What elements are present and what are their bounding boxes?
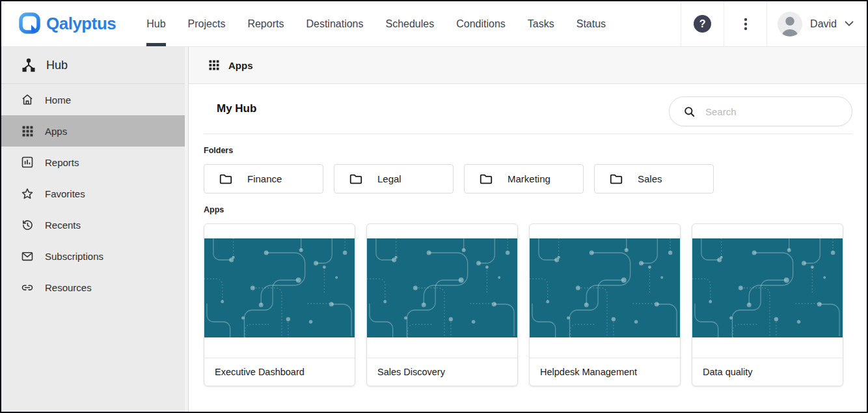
sidebar-item-label: Recents — [45, 220, 81, 231]
sidebar-item-label: Apps — [45, 126, 67, 137]
brand-name: Qalyptus — [46, 14, 116, 34]
link-icon — [21, 281, 34, 294]
folder-icon — [479, 172, 493, 186]
app-thumbnail — [530, 238, 680, 337]
nav-destinations[interactable]: Destinations — [295, 1, 374, 46]
folder-icon — [219, 172, 233, 186]
hub-icon — [21, 57, 36, 73]
kebab-icon — [739, 17, 752, 31]
folders-label: Folders — [204, 146, 852, 155]
top-navigation: Hub Projects Reports Destinations Schedu… — [135, 1, 617, 46]
section-title: My Hub — [217, 102, 256, 115]
sidebar-item-reports[interactable]: Reports — [1, 147, 188, 178]
nav-hub[interactable]: Hub — [135, 1, 176, 46]
search-input[interactable] — [705, 106, 835, 117]
sidebar-item-apps[interactable]: Apps — [1, 115, 188, 147]
help-button[interactable]: ? — [681, 1, 724, 46]
nav-status[interactable]: Status — [565, 1, 617, 46]
apps-label: Apps — [204, 205, 852, 214]
home-icon — [21, 93, 34, 106]
sidebar-item-favorites[interactable]: Favorites — [1, 178, 188, 209]
folder-card-finance[interactable]: Finance — [204, 164, 323, 193]
folder-name: Marketing — [508, 173, 550, 184]
sidebar-title: Hub — [46, 59, 68, 72]
bar-chart-icon — [21, 156, 34, 169]
sidebar-item-label: Resources — [45, 282, 92, 293]
folder-name: Sales — [638, 173, 662, 184]
sidebar-item-home[interactable]: Home — [1, 84, 188, 115]
nav-projects[interactable]: Projects — [177, 1, 237, 46]
layout: Hub Home Apps — [1, 47, 867, 412]
user-menu[interactable]: David — [766, 1, 867, 46]
sidebar-item-label: Home — [45, 94, 71, 106]
sidebar-item-subscriptions[interactable]: Subscriptions — [1, 240, 188, 272]
apps-row: Executive Dashboard Sales Discovery — [204, 223, 852, 386]
search-icon — [683, 106, 696, 118]
app-title: Data quality — [692, 358, 843, 386]
folder-icon — [349, 172, 363, 186]
folder-card-marketing[interactable]: Marketing — [464, 164, 584, 193]
nav-tasks[interactable]: Tasks — [517, 1, 565, 46]
help-icon: ? — [694, 15, 711, 33]
app-card-sales-discovery[interactable]: Sales Discovery — [366, 223, 518, 386]
topbar: Qalyptus Hub Projects Reports Destinatio… — [1, 1, 867, 47]
apps-grid-icon — [208, 59, 220, 71]
history-icon — [21, 218, 34, 231]
app-title: Helpdesk Management — [530, 358, 680, 386]
sidebar-scrollbar[interactable] — [185, 47, 188, 412]
nav-reports[interactable]: Reports — [236, 1, 295, 46]
page-header: Apps — [189, 47, 867, 84]
folder-card-legal[interactable]: Legal — [334, 164, 454, 193]
content: My Hub Folders Fin — [189, 84, 867, 412]
page-title: Apps — [228, 60, 253, 71]
avatar — [778, 12, 802, 36]
sidebar-item-recents[interactable]: Recents — [1, 209, 188, 240]
section-header-row: My Hub — [204, 84, 852, 134]
app-thumbnail — [367, 238, 517, 337]
folders-row: Finance Legal Marketing — [204, 164, 852, 193]
folder-name: Finance — [247, 173, 282, 184]
topbar-right: ? David — [681, 1, 867, 46]
qalyptus-logo-icon — [18, 11, 42, 37]
more-menu-button[interactable] — [724, 1, 766, 46]
folder-icon — [609, 172, 623, 186]
grid-icon — [21, 124, 34, 137]
app-card-executive-dashboard[interactable]: Executive Dashboard — [204, 223, 355, 386]
star-icon — [21, 187, 34, 200]
app-title: Executive Dashboard — [204, 358, 355, 386]
mail-icon — [21, 249, 34, 263]
app-card-helpdesk-management[interactable]: Helpdesk Management — [529, 223, 681, 386]
folder-name: Legal — [377, 173, 401, 184]
main-panel: Apps My Hub Folders — [189, 47, 867, 412]
sidebar-item-label: Favorites — [45, 188, 85, 199]
app-thumbnail — [692, 238, 843, 337]
app-title: Sales Discovery — [367, 358, 517, 386]
sidebar: Hub Home Apps — [1, 47, 189, 412]
sidebar-item-resources[interactable]: Resources — [1, 272, 188, 303]
sidebar-header: Hub — [1, 47, 188, 84]
sidebar-item-label: Subscriptions — [45, 251, 103, 262]
chevron-down-icon — [845, 21, 854, 27]
nav-conditions[interactable]: Conditions — [445, 1, 517, 46]
app-card-data-quality[interactable]: Data quality — [692, 223, 843, 386]
search-box[interactable] — [669, 96, 852, 126]
folder-card-sales[interactable]: Sales — [594, 164, 714, 193]
brand-logo[interactable]: Qalyptus — [1, 1, 116, 46]
app-thumbnail — [204, 238, 355, 337]
app-window: Qalyptus Hub Projects Reports Destinatio… — [0, 0, 868, 413]
nav-schedules[interactable]: Schedules — [374, 1, 445, 46]
user-name: David — [810, 18, 837, 30]
sidebar-item-label: Reports — [45, 157, 79, 168]
